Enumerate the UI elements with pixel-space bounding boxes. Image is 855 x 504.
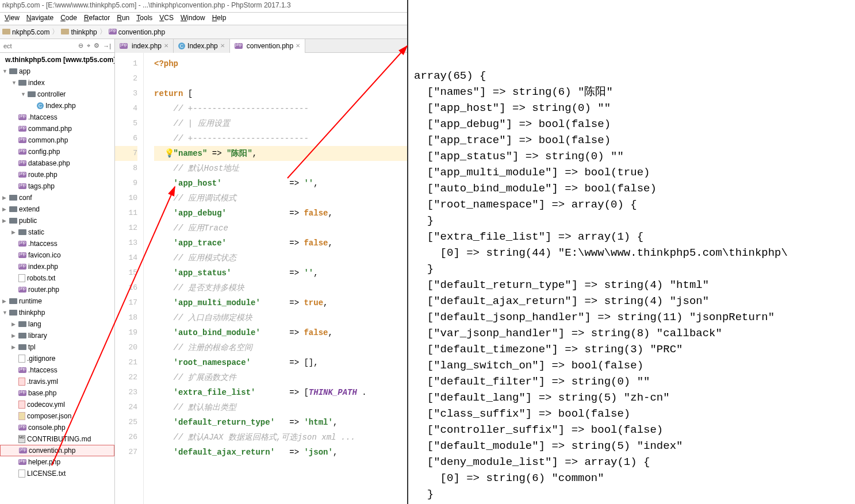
code-line[interactable] <box>154 74 159 83</box>
tree-item[interactable]: .htaccess <box>0 111 114 123</box>
tree-item[interactable]: ▶static <box>0 226 114 238</box>
tree-twisty-icon[interactable]: ▼ <box>11 80 17 86</box>
code-line[interactable]: // +------------------------ <box>154 104 309 113</box>
tree-twisty-icon[interactable]: ▼ <box>2 310 8 316</box>
code-line[interactable]: // 扩展函数文件 <box>154 373 236 382</box>
editor-tab[interactable]: CIndex.php✕ <box>174 39 230 53</box>
code-line[interactable]: 'extra_file_list' => [THINK_PATH . <box>154 388 367 397</box>
tree-item[interactable]: MDCONTRIBUTING.md <box>0 433 114 445</box>
tree-twisty-icon[interactable]: ▶ <box>11 321 17 327</box>
menu-help[interactable]: Help <box>210 14 229 24</box>
code-line[interactable]: <?php <box>154 59 178 68</box>
tree-item[interactable]: ▶public <box>0 215 114 226</box>
tree-item[interactable]: console.php <box>0 422 114 433</box>
tree-item[interactable]: tags.php <box>0 180 114 192</box>
tree-item[interactable]: .travis.yml <box>0 376 114 387</box>
tree-twisty-icon[interactable]: ▼ <box>21 91 26 97</box>
tree-twisty-icon[interactable]: ▶ <box>11 333 17 338</box>
code-line[interactable]: 'app_trace' => false, <box>154 238 333 248</box>
code-line[interactable]: 💡"names" => "陈阳", <box>154 149 257 158</box>
code-line[interactable]: 'default_return_type' => 'html', <box>154 418 338 427</box>
tree-item[interactable]: ▶extend <box>0 203 114 215</box>
code-line[interactable]: // 入口自动绑定模块 <box>154 313 252 322</box>
tree-item[interactable]: ▼index <box>0 77 114 89</box>
target-icon[interactable]: ⌖ <box>87 42 90 49</box>
tree-item[interactable]: command.php <box>0 123 114 134</box>
tree-item[interactable]: CIndex.php <box>0 100 114 111</box>
tree-twisty-icon[interactable]: ▶ <box>11 229 17 235</box>
code-line[interactable]: // +------------------------ <box>154 134 309 143</box>
tree-item[interactable]: config.php <box>0 146 114 157</box>
tree-item[interactable]: ▼thinkphp <box>0 307 114 318</box>
tree-item[interactable]: LICENSE.txt <box>0 468 114 479</box>
editor-tab[interactable]: convention.php✕ <box>230 39 305 53</box>
tree-item[interactable]: codecov.yml <box>0 399 114 410</box>
menu-tools[interactable]: Tools <box>134 14 155 24</box>
crumb-item[interactable]: nkphp5.com <box>2 28 49 36</box>
code-line[interactable]: // | 应用设置 <box>154 119 230 128</box>
editor-tab[interactable]: index.php✕ <box>115 39 174 53</box>
tree-item[interactable]: route.php <box>0 169 114 180</box>
menu-vcs[interactable]: VCS <box>157 14 176 24</box>
code-line[interactable]: // 默认AJAX 数据返回格式,可选json xml ... <box>154 433 355 442</box>
code-line[interactable]: 'default_ajax_return' => 'json', <box>154 448 338 457</box>
code-line[interactable]: 'auto_bind_module' => false, <box>154 328 333 337</box>
tree-twisty-icon[interactable]: ▶ <box>2 206 8 212</box>
tree-item[interactable]: composer.json <box>0 410 114 422</box>
tree-item[interactable]: favicon.ico <box>0 249 114 261</box>
tree-item[interactable]: robots.txt <box>0 272 114 284</box>
tree-item[interactable]: router.php <box>0 284 114 295</box>
code-line[interactable]: // 应用调试模式 <box>154 194 236 203</box>
code-line[interactable]: 'app_host' => '', <box>154 179 319 188</box>
close-icon[interactable]: ✕ <box>164 43 168 49</box>
crumb-item[interactable]: convention.php <box>109 28 165 36</box>
code-line[interactable]: return [ <box>154 89 193 98</box>
code-line[interactable]: // 默认Host地址 <box>154 164 239 173</box>
collapse-icon[interactable]: ⊖ <box>78 42 83 49</box>
tree-item[interactable]: ▶lang <box>0 318 114 330</box>
code-line[interactable]: // 默认输出类型 <box>154 403 236 412</box>
close-icon[interactable]: ✕ <box>220 43 225 49</box>
code-line[interactable]: // 是否支持多模块 <box>154 283 244 293</box>
tree-item[interactable]: convention.php <box>0 445 114 456</box>
code-line[interactable]: // 应用Trace <box>154 224 228 233</box>
tree-twisty-icon[interactable]: ▶ <box>2 195 8 201</box>
project-tree[interactable]: w.thinkphp5.com [www.tp5s.com]▼app▼index… <box>0 53 114 504</box>
code-area[interactable]: 1234567891011121314151617181920212223242… <box>115 53 407 504</box>
tree-item[interactable]: .htaccess <box>0 238 114 249</box>
tree-twisty-icon[interactable]: ▶ <box>11 344 17 350</box>
code-line[interactable]: 'app_multi_module' => true, <box>154 298 328 307</box>
tree-twisty-icon[interactable]: ▶ <box>2 218 8 224</box>
tree-item[interactable]: ▶runtime <box>0 295 114 307</box>
tree-item[interactable]: .htaccess <box>0 364 114 376</box>
tree-item[interactable]: ▼app <box>0 66 114 77</box>
code-line[interactable]: // 注册的根命名空间 <box>154 343 252 352</box>
code-line[interactable]: // 应用模式状态 <box>154 253 236 263</box>
tree-item[interactable]: common.php <box>0 134 114 146</box>
menu-navigate[interactable]: Navigate <box>24 14 56 24</box>
tree-item[interactable]: database.php <box>0 157 114 169</box>
tree-item[interactable]: w.thinkphp5.com [www.tp5s.com] <box>0 54 114 66</box>
code-line[interactable]: 'root_namespace' => [], <box>154 358 319 367</box>
gear-icon[interactable]: ⚙ <box>94 42 99 49</box>
tree-item[interactable]: ▶library <box>0 330 114 341</box>
code-line[interactable]: 'app_status' => '', <box>154 268 319 278</box>
menu-refactor[interactable]: Refactor <box>82 14 112 24</box>
tree-item[interactable]: ▼controller <box>0 89 114 100</box>
tree-item[interactable]: .gitignore <box>0 353 114 364</box>
tree-item[interactable]: helper.php <box>0 456 114 468</box>
menu-window[interactable]: Window <box>178 14 208 24</box>
menu-run[interactable]: Run <box>114 14 132 24</box>
crumb-item[interactable]: thinkphp <box>61 28 97 36</box>
close-icon[interactable]: ✕ <box>296 43 300 49</box>
tree-twisty-icon[interactable]: ▼ <box>2 68 8 74</box>
tree-twisty-icon[interactable]: ▶ <box>2 298 8 304</box>
tree-item[interactable]: ▶conf <box>0 192 114 203</box>
tree-item[interactable]: ▶tpl <box>0 341 114 353</box>
hide-icon[interactable]: →| <box>103 43 111 49</box>
tree-item[interactable]: index.php <box>0 261 114 272</box>
code[interactable]: <?php return [ // +---------------------… <box>144 53 407 504</box>
tree-item[interactable]: base.php <box>0 387 114 399</box>
code-line[interactable]: 'app_debug' => false, <box>154 209 333 218</box>
menu-view[interactable]: View <box>2 14 22 24</box>
